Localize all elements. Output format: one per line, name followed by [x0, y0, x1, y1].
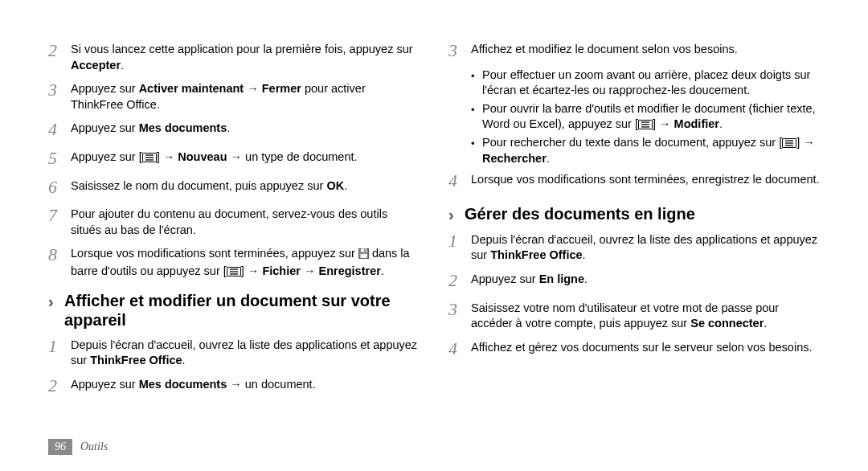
- page-footer: 96 Outils: [48, 439, 108, 455]
- text-run: .: [381, 264, 384, 277]
- text-run: .: [547, 152, 550, 165]
- bold-text: Modifier: [674, 117, 719, 130]
- bold-text: Enregistrer: [319, 264, 381, 277]
- text-run: .: [344, 179, 347, 192]
- numbered-step: 1Depuis l'écran d'accueil, ouvrez la lis…: [448, 229, 820, 264]
- numbered-step: 2Appuyez sur En ligne.: [448, 268, 820, 293]
- chevron-right-icon: ›: [48, 291, 64, 311]
- bullet-item: •Pour effectuer un zoom avant ou arrière…: [471, 68, 820, 99]
- bullet-dot-icon: •: [471, 68, 482, 84]
- text-run: Si vous lancez cette application pour la…: [71, 43, 413, 55]
- menu-key-icon: [638, 120, 653, 129]
- bold-text: Rechercher: [482, 152, 547, 165]
- numbered-step: 6Saisissez le nom du document, puis appu…: [48, 175, 420, 199]
- text-run: Pour ajouter du contenu au document, ser…: [71, 207, 387, 236]
- text-run: .: [584, 272, 588, 285]
- numbered-step: 3Appuyez sur Activer maintenant → Fermer…: [48, 78, 420, 113]
- step-number: 2: [448, 268, 471, 293]
- text-run: .: [583, 248, 586, 261]
- svg-rect-6: [360, 254, 366, 258]
- step-body: Appuyez sur [] → Nouveau → un type de do…: [71, 146, 358, 166]
- document-page: 2Si vous lancez cette application pour l…: [0, 0, 868, 471]
- step-body: Appuyez sur Mes documents → un document.: [71, 374, 316, 393]
- text-run: Affichez et gérez vos documents sur le s…: [471, 341, 812, 354]
- bold-text: Accepter: [71, 59, 121, 72]
- bold-text: En ligne: [539, 272, 584, 285]
- step-number: 3: [448, 39, 471, 63]
- text-run: ] →: [653, 117, 674, 130]
- numbered-step: 4Appuyez sur Mes documents.: [48, 117, 420, 141]
- text-run: .: [121, 59, 124, 72]
- bullet-body: Pour ouvrir la barre d'outils et modifie…: [482, 101, 820, 133]
- menu-key-icon: [227, 267, 241, 276]
- text-run: → un document.: [227, 378, 315, 391]
- text-run: .: [182, 354, 186, 367]
- step-number: 2: [48, 39, 71, 63]
- menu-key-icon: [142, 153, 157, 162]
- step-number: 8: [48, 243, 71, 267]
- save-disk-icon: [358, 248, 369, 264]
- bold-text: ThinkFree Office: [90, 354, 182, 367]
- text-run: Pour rechercher du texte dans le documen…: [482, 136, 782, 149]
- text-run: .: [227, 121, 230, 134]
- numbered-step: 4Lorsque vos modifications sont terminée…: [448, 169, 820, 193]
- bullet-body: Pour rechercher du texte dans le documen…: [482, 135, 820, 166]
- step-number: 2: [48, 374, 71, 398]
- bold-text: Activer maintenant: [139, 82, 244, 95]
- bold-text: Nouveau: [178, 150, 227, 163]
- step-number: 1: [448, 229, 471, 253]
- step-body: Pour ajouter du contenu au document, ser…: [71, 203, 420, 238]
- step-body: Affichez et modifiez le document selon v…: [471, 39, 738, 58]
- step-number: 7: [48, 203, 71, 227]
- numbered-step: 2Appuyez sur Mes documents → un document…: [48, 374, 420, 398]
- numbered-step: 4Affichez et gérez vos documents sur le …: [448, 337, 820, 361]
- step-body: Depuis l'écran d'accueil, ouvrez la list…: [71, 334, 420, 369]
- step-number: 4: [448, 169, 471, 193]
- step-number: 1: [48, 334, 71, 358]
- step-body: Depuis l'écran d'accueil, ouvrez la list…: [471, 229, 820, 264]
- bold-text: Mes documents: [139, 378, 227, 391]
- text-run: → un type de document.: [227, 150, 358, 163]
- step-number: 6: [48, 175, 71, 199]
- right-column: 3Affichez et modifiez le document selon …: [448, 39, 820, 416]
- bullet-item: •Pour rechercher du texte dans le docume…: [471, 135, 820, 166]
- text-run: ] →: [241, 264, 263, 277]
- numbered-step: 5Appuyez sur [] → Nouveau → un type de d…: [48, 146, 420, 170]
- two-column-layout: 2Si vous lancez cette application pour l…: [48, 39, 820, 416]
- numbered-step: 3Saisissez votre nom d'utilisateur et vo…: [448, 297, 820, 332]
- step-body: Appuyez sur Mes documents.: [71, 117, 230, 137]
- text-run: →: [244, 82, 262, 95]
- numbered-step: 3Affichez et modifiez le document selon …: [448, 39, 820, 63]
- step-body: Lorsque vos modifications sont terminées…: [71, 243, 420, 279]
- page-section-label: Outils: [80, 440, 108, 453]
- step-number: 3: [448, 297, 471, 322]
- svg-rect-5: [364, 249, 366, 252]
- numbered-step: 1Depuis l'écran d'accueil, ouvrez la lis…: [48, 334, 420, 369]
- step-number: 5: [48, 146, 71, 170]
- bullet-item: •Pour ouvrir la barre d'outils et modifi…: [471, 101, 820, 133]
- text-run: Lorsque vos modifications sont terminées…: [471, 173, 820, 186]
- step-body: Appuyez sur En ligne.: [471, 268, 588, 288]
- text-run: Appuyez sur: [71, 378, 139, 391]
- bullet-dot-icon: •: [471, 135, 482, 151]
- step-body: Saisissez le nom du document, puis appuy…: [71, 175, 347, 195]
- section-heading: › Gérer des documents en ligne: [448, 204, 820, 224]
- text-run: Lorsque vos modifications sont terminées…: [71, 247, 358, 260]
- text-run: ] →: [157, 150, 178, 163]
- left-column: 2Si vous lancez cette application pour l…: [48, 39, 420, 416]
- menu-key-icon: [782, 138, 796, 148]
- step-body: Saisissez votre nom d'utilisateur et vot…: [471, 297, 820, 332]
- text-run: →: [301, 264, 319, 277]
- text-run: Appuyez sur [: [71, 150, 142, 163]
- bold-text: Fermer: [262, 82, 301, 95]
- bold-text: OK: [326, 179, 344, 192]
- numbered-step: 8Lorsque vos modifications sont terminée…: [48, 243, 420, 279]
- section-title: Gérer des documents en ligne: [465, 204, 695, 223]
- bold-text: ThinkFree Office: [490, 248, 582, 261]
- text-run: ] →: [796, 136, 815, 149]
- step-body: Appuyez sur Activer maintenant → Fermer …: [71, 78, 420, 113]
- text-run: Appuyez sur: [71, 82, 139, 95]
- bullet-body: Pour effectuer un zoom avant ou arrière,…: [482, 68, 820, 99]
- text-run: .: [764, 317, 767, 330]
- text-run: Pour effectuer un zoom avant ou arrière,…: [482, 68, 810, 97]
